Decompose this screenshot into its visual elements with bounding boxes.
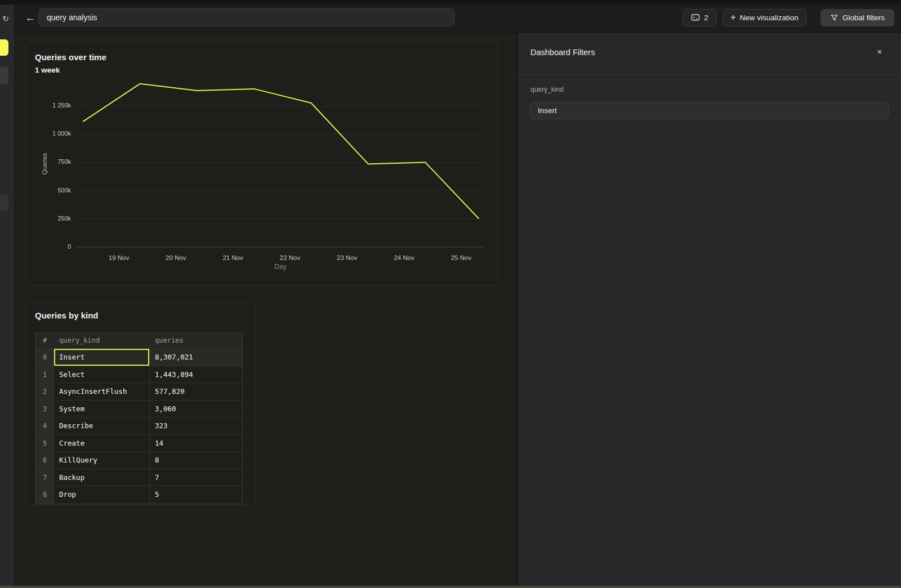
queries-by-kind-card: Queries by kind #query_kindqueries0Inser… <box>26 303 255 505</box>
queries-value-cell[interactable]: 577,820 <box>150 383 242 401</box>
queries-value-cell[interactable]: 8 <box>150 452 242 469</box>
sidebar-item[interactable] <box>0 67 8 84</box>
close-icon[interactable]: × <box>874 46 885 57</box>
query-kind-filter-value: Insert <box>538 106 557 115</box>
queries-over-time-card: Queries over time 1 week Queries Day 025… <box>26 41 498 286</box>
queries-value-cell[interactable]: 5 <box>150 486 242 504</box>
queries-value-cell[interactable]: 8,307,021 <box>150 349 242 366</box>
sidebar: ↻ <box>0 5 15 588</box>
query-kind-cell[interactable]: Insert <box>54 349 150 366</box>
query-kind-cell[interactable]: Describe <box>54 418 150 435</box>
table-header-index: # <box>36 333 54 349</box>
dashboard-canvas: Queries over time 1 week Queries Day 025… <box>15 33 517 588</box>
y-tick-label: 250k <box>30 215 71 222</box>
visualization-count-button[interactable]: 2 <box>683 9 717 26</box>
chart-plot-area <box>26 42 498 286</box>
panel-divider <box>518 74 901 75</box>
y-tick-label: 750k <box>30 158 71 165</box>
queries-by-kind-table: #query_kindqueries0Insert8,307,0211Selec… <box>35 333 243 504</box>
x-tick-label: 19 Nov <box>96 254 141 261</box>
sidebar-item-active[interactable] <box>0 39 8 56</box>
row-index-cell: 2 <box>36 383 54 401</box>
window-top-edge <box>0 0 901 5</box>
filter-funnel-icon <box>830 14 838 22</box>
row-index-cell: 8 <box>36 486 54 504</box>
queries-value-cell[interactable]: 14 <box>150 435 242 452</box>
dashboard-title-value: query analysis <box>47 13 97 22</box>
row-index-cell: 7 <box>36 469 54 487</box>
global-filters-button[interactable]: Global filters <box>820 9 894 26</box>
x-tick-label: 23 Nov <box>324 254 369 261</box>
top-bar: ← query analysis 2 + New visualization <box>15 5 901 33</box>
queries-series-line <box>83 84 479 219</box>
y-tick-label: 500k <box>30 187 71 194</box>
y-tick-label: 1 000k <box>30 130 71 137</box>
queries-over-time-chart: Queries Day 0250k500k750k1 000k1 250k19 … <box>26 42 498 286</box>
row-index-cell: 3 <box>36 401 54 418</box>
global-filters-label: Global filters <box>842 14 885 22</box>
row-index-cell: 4 <box>36 418 54 435</box>
back-button[interactable]: ← <box>23 8 38 28</box>
query-kind-cell[interactable]: KillQuery <box>54 452 150 469</box>
query-kind-cell[interactable]: Drop <box>54 486 150 504</box>
sidebar-item[interactable] <box>0 195 8 210</box>
x-axis-title: Day <box>258 263 303 271</box>
queries-value-cell[interactable]: 3,060 <box>150 401 242 418</box>
table-title: Queries by kind <box>35 311 99 320</box>
dashboard-filters-panel: Dashboard Filters × query_kind Insert <box>517 33 901 588</box>
row-index-cell: 6 <box>36 452 54 469</box>
query-kind-cell[interactable]: AsyncInsertFlush <box>54 383 150 401</box>
x-tick-label: 20 Nov <box>153 254 198 261</box>
visualization-count: 2 <box>704 14 708 22</box>
sql-console-icon <box>691 13 700 22</box>
row-index-cell: 5 <box>36 435 54 452</box>
x-tick-label: 21 Nov <box>211 254 256 261</box>
new-visualization-button[interactable]: + New visualization <box>722 9 806 26</box>
topbar-actions: 2 + New visualization Global filters <box>683 8 894 26</box>
queries-value-cell[interactable]: 1,443,894 <box>150 366 242 384</box>
filters-panel-title: Dashboard Filters <box>530 48 595 57</box>
filter-field-label: query_kind <box>530 86 564 93</box>
queries-value-cell[interactable]: 7 <box>150 469 242 487</box>
y-tick-label: 0 <box>30 243 71 250</box>
queries-value-cell[interactable]: 323 <box>150 418 242 435</box>
row-index-cell: 0 <box>36 349 54 366</box>
table-header-query_kind: query_kind <box>54 333 150 349</box>
y-tick-label: 1 250k <box>30 102 71 109</box>
query-kind-cell[interactable]: Create <box>54 435 150 452</box>
x-tick-label: 25 Nov <box>439 254 484 261</box>
new-visualization-label: New visualization <box>740 14 799 22</box>
table-header-queries: queries <box>150 333 242 349</box>
x-tick-label: 22 Nov <box>267 254 313 261</box>
query-kind-cell[interactable]: Backup <box>54 469 150 487</box>
dashboard-title-input[interactable]: query analysis <box>38 8 454 26</box>
app-window: ↻ ← query analysis 2 + New visualization <box>0 0 901 588</box>
x-tick-label: 24 Nov <box>382 254 427 261</box>
plus-icon: + <box>730 12 735 23</box>
refresh-icon[interactable]: ↻ <box>1 14 11 24</box>
query-kind-cell[interactable]: Select <box>54 366 150 384</box>
query-kind-cell[interactable]: System <box>54 401 150 418</box>
window-bottom-edge <box>0 586 901 588</box>
query-kind-filter-input[interactable]: Insert <box>529 102 889 119</box>
row-index-cell: 1 <box>36 366 54 384</box>
